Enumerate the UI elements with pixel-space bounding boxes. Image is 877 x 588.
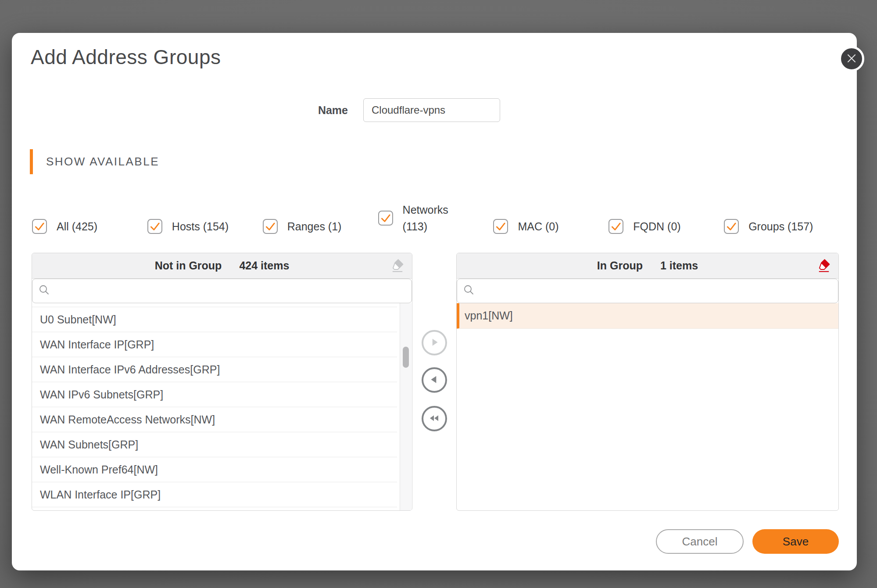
- in-group-list: vpn1[NW]: [457, 303, 838, 511]
- search-icon: [39, 284, 50, 298]
- search-icon: [463, 284, 475, 298]
- name-field-row: Name: [12, 98, 500, 122]
- checkmark-icon: [380, 212, 391, 224]
- add-address-groups-dialog: Add Address Groups Name SHOW AVAILABLE A…: [12, 33, 857, 570]
- not-in-group-count: 424 items: [239, 259, 289, 272]
- filter-ranges-label: Ranges (1): [287, 218, 342, 235]
- list-item[interactable]: WAN IPv6 Subnets[GRP]: [32, 382, 397, 407]
- section-header-label: SHOW AVAILABLE: [46, 155, 159, 169]
- checkmark-icon: [610, 221, 622, 232]
- filter-groups-label: Groups (157): [748, 218, 813, 235]
- in-group-search-input[interactable]: [479, 285, 832, 297]
- move-all-left-button[interactable]: [422, 406, 447, 431]
- filter-ranges: Ranges (1): [263, 218, 378, 235]
- in-group-count: 1 items: [660, 259, 698, 272]
- arrow-right-icon: [428, 336, 440, 350]
- filter-hosts-label: Hosts (154): [172, 218, 229, 235]
- checkmark-icon: [726, 221, 737, 232]
- in-group-title: In Group: [597, 259, 643, 272]
- filter-fqdn-checkbox[interactable]: [609, 219, 623, 234]
- not-in-group-panel: Not in Group 424 items U0 S: [32, 253, 412, 511]
- filter-mac-label: MAC (0): [518, 218, 558, 235]
- filter-hosts: Hosts (154): [147, 218, 263, 235]
- close-button[interactable]: [839, 46, 864, 72]
- save-button[interactable]: Save: [752, 529, 839, 554]
- move-right-button[interactable]: [422, 330, 447, 355]
- scrollbar-track: [400, 303, 412, 510]
- list-item-selected[interactable]: vpn1[NW]: [457, 303, 838, 329]
- not-in-group-search-input[interactable]: [54, 285, 405, 297]
- eraser-icon: [817, 258, 830, 274]
- filter-mac: MAC (0): [493, 218, 609, 235]
- filter-fqdn-label: FQDN (0): [633, 218, 680, 235]
- clear-right-selection-button[interactable]: [815, 256, 833, 276]
- checkmark-icon: [149, 221, 161, 232]
- section-accent-bar: [30, 149, 33, 174]
- filter-checkbox-row: All (425) Hosts (154) Ranges (1) Network…: [32, 204, 839, 235]
- list-item[interactable]: WAN RemoteAccess Networks[NW]: [32, 407, 397, 432]
- filter-all: All (425): [32, 218, 147, 235]
- show-available-section-header: SHOW AVAILABLE: [30, 149, 159, 174]
- filter-all-label: All (425): [57, 218, 97, 235]
- list-item[interactable]: WLAN Interface IP[GRP]: [32, 482, 397, 507]
- list-item[interactable]: U0 Subnet[NW]: [32, 307, 397, 332]
- close-icon: [846, 53, 857, 65]
- list-item[interactable]: WAN Subnets[GRP]: [32, 432, 397, 457]
- list-item[interactable]: WAN Interface IPv6 Addresses[GRP]: [32, 357, 397, 382]
- not-in-group-title: Not in Group: [155, 259, 222, 272]
- not-in-group-header: Not in Group 424 items: [32, 253, 412, 279]
- cancel-button[interactable]: Cancel: [656, 529, 744, 554]
- eraser-icon: [391, 258, 404, 274]
- checkmark-icon: [265, 221, 276, 232]
- scrollbar-thumb[interactable]: [403, 347, 409, 368]
- filter-networks-checkbox[interactable]: [378, 211, 393, 226]
- move-left-button[interactable]: [422, 367, 447, 393]
- double-arrow-left-icon: [428, 412, 441, 426]
- not-in-group-search: [32, 279, 412, 303]
- name-label: Name: [318, 104, 348, 117]
- filter-networks: Networks (113): [378, 201, 494, 235]
- filter-all-checkbox[interactable]: [32, 219, 47, 234]
- filter-groups: Groups (157): [724, 218, 839, 235]
- checkmark-icon: [34, 221, 45, 232]
- clear-left-selection-button[interactable]: [388, 256, 407, 276]
- arrow-left-icon: [428, 373, 440, 387]
- filter-hosts-checkbox[interactable]: [147, 219, 162, 234]
- name-input[interactable]: [363, 98, 500, 122]
- in-group-search: [457, 279, 838, 303]
- filter-ranges-checkbox[interactable]: [263, 219, 278, 234]
- in-group-panel: In Group 1 items vpn1[NW]: [456, 253, 839, 511]
- filter-groups-checkbox[interactable]: [724, 219, 739, 234]
- checkmark-icon: [495, 221, 506, 232]
- list-partial-row: [32, 303, 397, 307]
- list-item[interactable]: WAN Interface IP[GRP]: [32, 332, 397, 357]
- list-item[interactable]: Well-Known Pref64[NW]: [32, 457, 397, 482]
- filter-networks-label: Networks (113): [403, 201, 458, 235]
- filter-fqdn: FQDN (0): [609, 218, 724, 235]
- dialog-title: Add Address Groups: [31, 45, 221, 69]
- filter-mac-checkbox[interactable]: [493, 219, 508, 234]
- in-group-header: In Group 1 items: [457, 253, 838, 279]
- not-in-group-list: U0 Subnet[NW] WAN Interface IP[GRP] WAN …: [32, 303, 412, 511]
